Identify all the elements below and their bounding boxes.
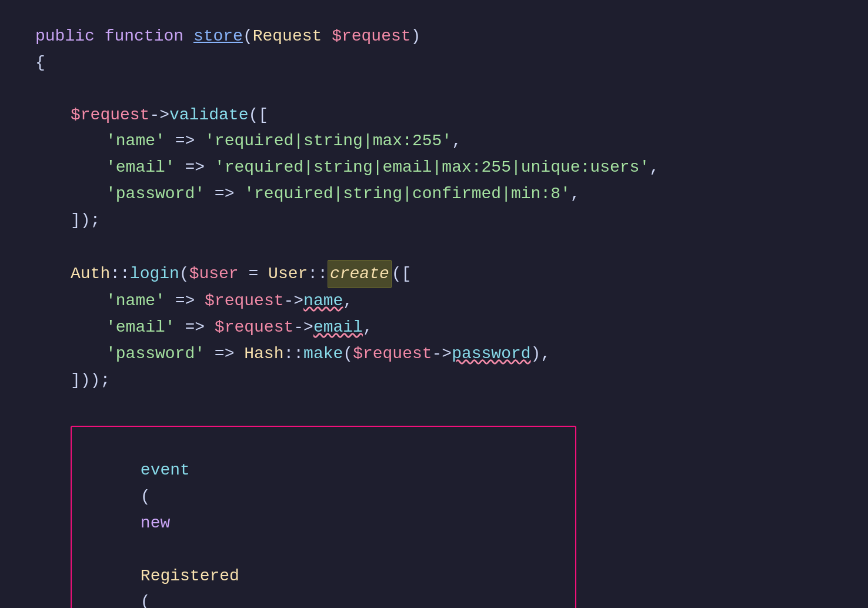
class-request: Request — [253, 24, 322, 50]
keyword-new: new — [141, 514, 170, 532]
code-line-password-val: 'password' => Hash :: make ( $request ->… — [35, 341, 833, 368]
code-line-brace-open: { — [35, 50, 833, 76]
key-password-2: 'password' — [106, 341, 205, 368]
prop-email: email — [313, 315, 363, 341]
code-line-1: public function store ( Request $request… — [35, 24, 833, 50]
event-highlight-box: event ( new Registered ( $user )); — [71, 426, 576, 608]
class-hash: Hash — [244, 341, 283, 368]
class-user: User — [268, 261, 308, 288]
code-line-email-rule: 'email' => 'required|string|email|max:25… — [35, 155, 833, 181]
var-request-name: $request — [205, 288, 283, 315]
blank-line-3 — [35, 394, 833, 420]
string-email-rule: 'required|string|email|max:255|unique:us… — [215, 155, 649, 181]
code-line-name-val: 'name' => $request -> name , — [35, 288, 833, 315]
class-registered: Registered — [141, 567, 239, 585]
prop-password: password — [452, 341, 530, 368]
code-line-password-rule: 'password' => 'required|string|confirmed… — [35, 181, 833, 208]
blank-line-2 — [35, 234, 833, 260]
string-name-rule: 'required|string|max:255' — [205, 128, 452, 155]
method-create-highlighted: create — [328, 260, 392, 289]
code-line-email-val: 'email' => $request -> email , — [35, 315, 833, 341]
prop-name: name — [303, 288, 343, 315]
key-email-2: 'email' — [106, 315, 175, 341]
string-password-rule: 'required|string|confirmed|min:8' — [244, 181, 570, 208]
code-editor: public function store ( Request $request… — [0, 0, 868, 608]
code-line-validate: $request -> validate ([ — [35, 102, 833, 129]
var-request-validate: $request — [71, 102, 149, 129]
key-email: 'email' — [106, 155, 175, 181]
key-password: 'password' — [106, 181, 205, 208]
var-user: $user — [189, 261, 239, 288]
func-event: event — [141, 461, 190, 479]
keyword-public: public — [35, 24, 95, 50]
blank-line-1 — [35, 76, 833, 102]
keyword-function: function — [105, 24, 183, 50]
code-line-name-rule: 'name' => 'required|string|max:255' , — [35, 128, 833, 155]
func-store: store — [193, 24, 243, 50]
key-name: 'name' — [106, 128, 165, 155]
method-login: login — [130, 261, 179, 288]
method-make: make — [303, 341, 343, 368]
code-line-validate-close: ]); — [35, 208, 833, 234]
code-line-auth-login: Auth :: login ( $user = User :: create (… — [35, 260, 833, 289]
var-request-password: $request — [353, 341, 432, 368]
code-line-event-wrapper: event ( new Registered ( $user )); — [35, 420, 833, 608]
code-line-create-close: ])); — [35, 368, 833, 394]
var-request: $request — [332, 24, 410, 50]
var-request-email: $request — [215, 315, 293, 341]
key-name-2: 'name' — [106, 288, 165, 315]
class-auth: Auth — [71, 261, 110, 288]
method-validate: validate — [169, 102, 248, 129]
